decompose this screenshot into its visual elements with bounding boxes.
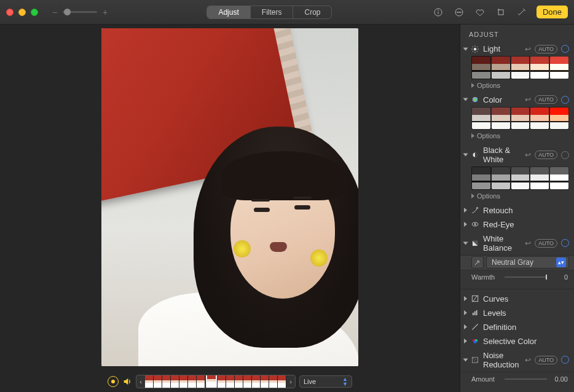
next-frame-icon[interactable]: › (286, 375, 295, 388)
tab-adjust[interactable]: Adjust (207, 6, 250, 18)
auto-button[interactable]: AUTO (535, 95, 557, 104)
enable-ring[interactable] (561, 239, 569, 247)
bw-presets[interactable] (460, 167, 574, 191)
zoom-slider[interactable]: − + (50, 7, 109, 17)
eyedropper-button[interactable] (471, 256, 484, 269)
chevron-down-icon (463, 358, 468, 361)
svg-point-32 (473, 358, 474, 359)
section-color[interactable]: Color ↩ AUTO (460, 93, 574, 107)
undo-icon[interactable]: ↩ (525, 356, 531, 364)
frame-thumbnails[interactable]: ‹ › (136, 375, 296, 388)
section-light[interactable]: Light ↩ AUTO (460, 42, 574, 56)
wb-mode-value: Neutral Gray (492, 258, 533, 267)
tab-crop[interactable]: Crop (293, 6, 331, 18)
color-presets[interactable] (460, 107, 574, 131)
dropdown-arrows-icon: ▴▾ (556, 257, 566, 267)
minimize-window[interactable] (18, 9, 26, 16)
live-photo-icon[interactable] (108, 376, 119, 387)
definition-icon (471, 323, 479, 331)
amount-value: 0.00 (551, 375, 568, 383)
panel-title: ADJUST (469, 31, 574, 38)
retouch-icon (471, 206, 479, 214)
chevron-down-icon (463, 47, 468, 50)
svg-line-15 (473, 51, 473, 52)
magic-icon[interactable] (513, 6, 530, 19)
svg-point-18 (473, 98, 478, 102)
light-presets[interactable] (460, 56, 574, 80)
section-label: Red-Eye (483, 220, 569, 229)
window-controls (6, 9, 38, 16)
section-retouch[interactable]: Retouch (460, 203, 574, 218)
svg-rect-27 (476, 310, 478, 315)
levels-icon (471, 308, 479, 317)
warmth-slider[interactable] (505, 272, 547, 283)
adjust-panel: ADJUST Light ↩ AUTO Options Color (460, 25, 574, 392)
svg-rect-31 (472, 357, 478, 363)
chevron-down-icon (463, 154, 468, 157)
fullscreen-window[interactable] (31, 9, 38, 16)
light-icon (471, 45, 479, 53)
undo-icon[interactable]: ↩ (525, 45, 531, 53)
chevron-right-icon (464, 324, 467, 329)
enable-ring[interactable] (561, 96, 569, 104)
auto-button[interactable]: AUTO (535, 239, 557, 248)
frame-cursor[interactable] (206, 375, 217, 388)
amount-slider[interactable] (505, 374, 547, 385)
chevron-right-icon (464, 222, 467, 227)
section-selective-color[interactable]: Selective Color (460, 334, 574, 348)
undo-icon[interactable]: ↩ (525, 239, 531, 248)
wb-mode-select[interactable]: Neutral Gray ▴▾ (486, 256, 569, 269)
section-definition[interactable]: Definition (460, 320, 574, 334)
live-mode-select[interactable]: Live ▲▼ (299, 375, 352, 388)
svg-point-35 (476, 361, 477, 361)
light-options[interactable]: Options (460, 80, 574, 93)
close-window[interactable] (6, 9, 14, 16)
svg-line-16 (477, 46, 478, 47)
section-redeye[interactable]: Red-Eye (460, 218, 574, 232)
color-icon (471, 95, 479, 104)
prev-frame-icon[interactable]: ‹ (136, 375, 145, 388)
undo-icon[interactable]: ↩ (525, 151, 531, 159)
color-options[interactable]: Options (460, 131, 574, 143)
wb-warmth-row: Warmth 0 (460, 270, 574, 286)
section-label: Levels (483, 308, 569, 318)
section-wb[interactable]: White Balance ↩ AUTO (460, 232, 574, 255)
noise-amount-row: Amount 0.00 (460, 372, 574, 388)
more-icon[interactable] (450, 6, 468, 19)
svg-point-30 (474, 340, 477, 343)
section-label: White Balance (483, 234, 521, 253)
auto-button[interactable]: AUTO (535, 356, 557, 364)
zoom-in-icon[interactable]: + (101, 7, 109, 17)
enable-ring[interactable] (561, 151, 569, 159)
section-noise[interactable]: Noise Reduction ↩ AUTO (460, 348, 574, 372)
tab-filters[interactable]: Filters (251, 6, 294, 18)
section-levels[interactable]: Levels (460, 306, 574, 320)
svg-point-34 (474, 361, 474, 361)
sound-icon[interactable] (122, 377, 132, 386)
section-label: Retouch (483, 206, 569, 215)
rotate-icon[interactable] (492, 6, 509, 19)
auto-button[interactable]: AUTO (535, 151, 557, 159)
noise-icon (471, 356, 479, 364)
auto-button[interactable]: AUTO (535, 45, 557, 53)
chevron-right-icon (464, 310, 467, 315)
enable-ring[interactable] (561, 356, 569, 364)
svg-line-13 (473, 46, 473, 47)
svg-point-6 (460, 12, 461, 12)
zoom-out-icon[interactable]: − (50, 7, 59, 17)
section-label: Definition (483, 323, 569, 332)
undo-icon[interactable]: ↩ (525, 95, 531, 104)
done-button[interactable]: Done (537, 6, 568, 18)
chevron-right-icon (464, 339, 467, 343)
enable-ring[interactable] (561, 45, 569, 53)
bw-options[interactable]: Options (460, 191, 574, 203)
photo-preview[interactable] (101, 28, 358, 366)
redeye-icon (471, 220, 479, 229)
section-bw[interactable]: Black & White ↩ AUTO (460, 143, 574, 167)
bw-icon (471, 151, 479, 159)
svg-point-22 (474, 224, 476, 225)
section-curves[interactable]: Curves (460, 292, 574, 306)
chevron-down-icon (463, 98, 468, 101)
favorite-icon[interactable] (471, 6, 489, 19)
info-icon[interactable] (430, 6, 447, 19)
